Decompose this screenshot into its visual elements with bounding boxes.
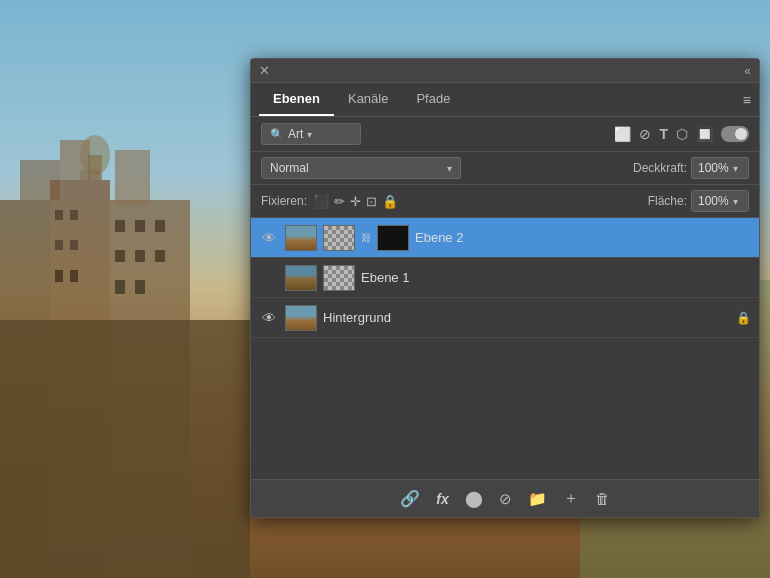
svg-rect-13 <box>70 270 78 282</box>
svg-rect-14 <box>115 220 125 232</box>
svg-rect-11 <box>70 240 78 250</box>
svg-rect-26 <box>88 155 102 180</box>
layer-lock-hintergrund: 🔒 <box>736 311 751 325</box>
blend-mode-label: Normal <box>270 161 309 175</box>
layer-visibility-hintergrund[interactable]: 👁 <box>259 310 279 326</box>
filter-row: 🔍 Art ▾ ⬜ ⊘ T ⬡ 🔲 <box>251 117 759 152</box>
collapse-icon[interactable]: « <box>744 64 751 78</box>
svg-rect-21 <box>135 280 145 294</box>
flaeche-chevron: ▾ <box>733 196 738 207</box>
layer-item-hintergrund[interactable]: 👁 Hintergrund 🔒 <box>251 298 759 338</box>
layer-black-mask-ebene2 <box>377 225 409 251</box>
filter-text-icon[interactable]: T <box>659 126 668 142</box>
fix-icons: ⬛ ✏ ✛ ⊡ 🔒 <box>313 194 398 209</box>
svg-rect-8 <box>55 210 63 220</box>
layer-visibility-ebene2[interactable]: 👁 <box>259 230 279 246</box>
fix-move-icon[interactable]: ✛ <box>350 194 361 209</box>
fix-position-icon[interactable]: ⬛ <box>313 194 329 209</box>
svg-rect-9 <box>70 210 78 220</box>
fix-row: Fixieren: ⬛ ✏ ✛ ⊡ 🔒 Fläche: 100% ▾ <box>251 185 759 218</box>
bottom-toolbar: 🔗 fx ⬤ ⊘ 📁 ＋ 🗑 <box>251 479 759 517</box>
fix-artboard-icon[interactable]: ⊡ <box>366 194 377 209</box>
add-group-button[interactable]: 📁 <box>528 490 547 508</box>
layers-list: 👁 ⛓ Ebene 2 Ebene 1 👁 Hintergrund 🔒 <box>251 218 759 479</box>
layer-link-icon-ebene2: ⛓ <box>361 232 371 243</box>
svg-rect-10 <box>55 240 63 250</box>
layer-item-ebene1[interactable]: Ebene 1 <box>251 258 759 298</box>
blend-opacity-row: Normal ▾ Deckkraft: 100% ▾ <box>251 152 759 185</box>
blend-chevron: ▾ <box>447 163 452 174</box>
flaeche-group: Fläche: 100% ▾ <box>648 190 749 212</box>
layer-thumbnail-hintergrund <box>285 305 317 331</box>
fix-label: Fixieren: <box>261 194 307 208</box>
filter-adjust-icon[interactable]: ⊘ <box>639 126 651 142</box>
filter-type-label: Art <box>288 127 303 141</box>
fix-brush-icon[interactable]: ✏ <box>334 194 345 209</box>
fix-lock-icon[interactable]: 🔒 <box>382 194 398 209</box>
tab-menu-icon[interactable]: ≡ <box>743 92 751 108</box>
svg-rect-20 <box>115 280 125 294</box>
tab-ebenen[interactable]: Ebenen <box>259 83 334 116</box>
svg-rect-12 <box>55 270 63 282</box>
flaeche-label: Fläche: <box>648 194 687 208</box>
opacity-input[interactable]: 100% ▾ <box>691 157 749 179</box>
layer-item-ebene2[interactable]: 👁 ⛓ Ebene 2 <box>251 218 759 258</box>
flaeche-input[interactable]: 100% ▾ <box>691 190 749 212</box>
svg-rect-15 <box>135 220 145 232</box>
opacity-label: Deckkraft: <box>633 161 687 175</box>
filter-type-dropdown[interactable]: 🔍 Art ▾ <box>261 123 361 145</box>
search-icon: 🔍 <box>270 128 284 141</box>
filter-icons: ⬜ ⊘ T ⬡ 🔲 <box>614 126 749 142</box>
svg-rect-19 <box>155 250 165 262</box>
tab-bar: Ebenen Kanäle Pfade ≡ <box>251 83 759 117</box>
tab-kanaele[interactable]: Kanäle <box>334 83 402 116</box>
delete-layer-button[interactable]: 🗑 <box>595 490 610 507</box>
filter-pixel-icon[interactable]: ⬜ <box>614 126 631 142</box>
panel-titlebar: ✕ « <box>251 59 759 83</box>
add-layer-button[interactable]: ＋ <box>563 488 579 509</box>
filter-shape-icon[interactable]: ⬡ <box>676 126 688 142</box>
add-adjustment-button[interactable]: ⊘ <box>499 490 512 508</box>
layer-name-hintergrund: Hintergrund <box>323 310 730 325</box>
layer-thumbnail-ebene2 <box>285 225 317 251</box>
layer-mask-thumb-ebene2 <box>323 225 355 251</box>
flaeche-value-text: 100% <box>698 194 729 208</box>
opacity-chevron: ▾ <box>733 163 738 174</box>
tab-pfade[interactable]: Pfade <box>402 83 464 116</box>
link-layers-button[interactable]: 🔗 <box>400 489 420 508</box>
opacity-group: Deckkraft: 100% ▾ <box>633 157 749 179</box>
layers-panel: ✕ « Ebenen Kanäle Pfade ≡ 🔍 Art ▾ ⬜ ⊘ T … <box>250 58 760 518</box>
svg-rect-22 <box>0 320 250 578</box>
filter-chevron: ▾ <box>307 129 312 140</box>
blend-mode-dropdown[interactable]: Normal ▾ <box>261 157 461 179</box>
layer-mask-thumb-ebene1 <box>323 265 355 291</box>
svg-rect-17 <box>115 250 125 262</box>
opacity-value-text: 100% <box>698 161 729 175</box>
svg-rect-7 <box>115 150 150 205</box>
layer-name-ebene2: Ebene 2 <box>415 230 751 245</box>
add-mask-button[interactable]: ⬤ <box>465 489 483 508</box>
filter-toggle[interactable] <box>721 126 749 142</box>
tabs: Ebenen Kanäle Pfade <box>259 83 464 116</box>
layer-thumbnail-ebene1 <box>285 265 317 291</box>
svg-rect-16 <box>155 220 165 232</box>
close-icon[interactable]: ✕ <box>259 63 270 78</box>
layer-name-ebene1: Ebene 1 <box>361 270 751 285</box>
filter-smart-icon[interactable]: 🔲 <box>696 126 713 142</box>
svg-rect-18 <box>135 250 145 262</box>
layer-effects-button[interactable]: fx <box>436 491 448 507</box>
